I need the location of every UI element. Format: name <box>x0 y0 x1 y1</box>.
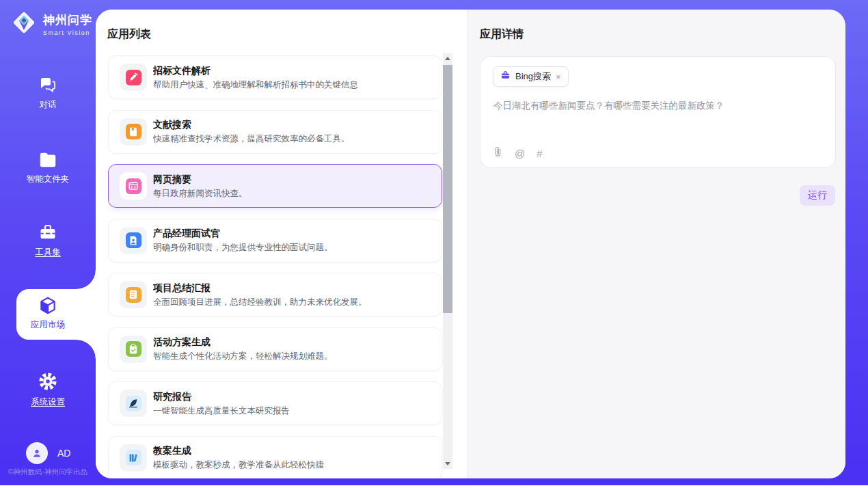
app-list-title: 应用列表 <box>107 27 151 42</box>
sidebar-item-label: 工具集 <box>0 247 96 258</box>
app-card-description: 模板驱动，教案秒成，教学准备从此轻松快捷 <box>153 459 324 471</box>
user-initials: AD <box>57 448 70 459</box>
arrow-down-icon <box>445 462 450 465</box>
brand-name: 神州问学 <box>43 12 92 28</box>
app-card-texts: 文献搜索 快速精准查找学术资源，提高研究效率的必备工具。 <box>153 118 350 145</box>
user-account[interactable]: AD <box>26 442 70 464</box>
clipboard-check-icon <box>126 341 141 357</box>
app-card[interactable]: 项目总结汇报 全面回顾项目进展，总结经验教训，助力未来优化发展。 <box>108 273 442 316</box>
scrollbar-up-button[interactable] <box>443 53 452 64</box>
main-content: 应用列表 招标文件解析 帮助用户快速、准确地理解和解析招标书中的关键信息 文献搜… <box>96 10 845 478</box>
app-card-texts: 教案生成 模板驱动，教案秒成，教学准备从此轻松快捷 <box>153 444 324 471</box>
app-icon-container <box>120 390 147 417</box>
close-icon[interactable]: × <box>556 72 561 81</box>
app-card[interactable]: 文献搜索 快速精准查找学术资源，提高研究效率的必备工具。 <box>108 110 442 154</box>
sidebar-item-label: 系统设置 <box>0 396 96 408</box>
copyright-text: ©神州数码·神州问学出品 <box>0 467 96 477</box>
briefcase-icon <box>500 70 511 83</box>
app-card-texts: 研究报告 一键智能生成高质量长文本研究报告 <box>153 390 290 417</box>
app-list-panel: 应用列表 招标文件解析 帮助用户快速、准确地理解和解析招标书中的关键信息 文献搜… <box>96 10 467 478</box>
app-card-description: 一键智能生成高质量长文本研究报告 <box>153 405 290 417</box>
pen-square-icon <box>126 70 141 85</box>
app-card-title: 网页摘要 <box>153 173 247 186</box>
active-nav-curve-bottom <box>77 340 96 359</box>
sidebar-item-settings[interactable]: 系统设置 <box>0 371 96 408</box>
sidebar: 神州问学 Smart Vision 对话 智能文件夹 <box>0 0 96 485</box>
app-card-description: 全面回顾项目进展，总结经验教训，助力未来优化发展。 <box>153 296 367 308</box>
app-icon-container <box>120 227 147 254</box>
app-card-texts: 招标文件解析 帮助用户快速、准确地理解和解析招标书中的关键信息 <box>153 64 358 91</box>
tool-tag-bing-search[interactable]: Bing搜索 × <box>493 66 569 87</box>
quill-icon <box>126 396 141 411</box>
app-card-title: 教案生成 <box>153 444 324 457</box>
toolbox-icon <box>0 223 96 242</box>
tool-tag-label: Bing搜索 <box>515 70 551 83</box>
app-icon-container <box>120 118 147 146</box>
app-icon-container <box>120 64 147 91</box>
app-window: 神州问学 Smart Vision 对话 智能文件夹 <box>0 0 868 488</box>
app-card-title: 文献搜索 <box>153 118 350 131</box>
app-icon-container <box>120 281 147 308</box>
sidebar-item-label: 智能文件夹 <box>0 174 96 185</box>
sidebar-item-app-market[interactable]: 应用市场 <box>0 295 96 331</box>
sidebar-item-smart-folder[interactable]: 智能文件夹 <box>0 151 96 185</box>
sidebar-item-toolset[interactable]: 工具集 <box>0 223 96 258</box>
hash-icon[interactable]: # <box>537 148 542 159</box>
app-card[interactable]: 招标文件解析 帮助用户快速、准确地理解和解析招标书中的关键信息 <box>108 55 442 99</box>
brand-diamond-icon <box>10 8 38 40</box>
books-icon <box>126 450 141 465</box>
prompt-input[interactable]: 今日湖北有哪些新闻要点？有哪些需要关注的最新政策？ <box>493 99 822 113</box>
prompt-card: Bing搜索 × 今日湖北有哪些新闻要点？有哪些需要关注的最新政策？ @ # <box>480 56 836 168</box>
scrollbar-thumb[interactable] <box>443 65 452 313</box>
app-card-title: 产品经理面试官 <box>153 227 333 240</box>
app-detail-panel: 应用详情 Bing搜索 × 今日湖北有哪些新闻要点？有哪些需要关注的最新政策？ <box>467 10 845 478</box>
gear-icon <box>0 371 96 392</box>
active-nav-curve-top <box>77 270 96 289</box>
app-card-title: 活动方案生成 <box>153 336 333 349</box>
app-detail-title: 应用详情 <box>480 27 524 42</box>
app-card-description: 明确身份和职责，为您提供专业性的面试问题。 <box>153 241 333 254</box>
browser-code-icon <box>126 178 141 194</box>
avatar <box>26 442 48 464</box>
app-icon-container <box>120 336 147 363</box>
run-button[interactable]: 运行 <box>800 185 835 206</box>
sidebar-item-label: 对话 <box>0 99 96 111</box>
app-card-texts: 网页摘要 每日政府新闻资讯快查。 <box>153 173 247 200</box>
app-card-description: 智能生成个性化活动方案，轻松解决规划难题。 <box>153 350 333 362</box>
app-card[interactable]: 网页摘要 每日政府新闻资讯快查。 <box>108 164 442 208</box>
app-card-texts: 项目总结汇报 全面回顾项目进展，总结经验教训，助力未来优化发展。 <box>153 282 367 308</box>
app-icon-container <box>120 444 147 472</box>
app-card-title: 招标文件解析 <box>153 64 358 77</box>
app-card-title: 研究报告 <box>153 390 290 403</box>
sidebar-item-label: 应用市场 <box>0 319 96 331</box>
app-card-description: 帮助用户快速、准确地理解和解析招标书中的关键信息 <box>153 79 358 91</box>
note-icon <box>126 287 141 303</box>
app-list: 招标文件解析 帮助用户快速、准确地理解和解析招标书中的关键信息 文献搜索 快速精… <box>108 55 443 478</box>
app-card-title: 项目总结汇报 <box>153 282 367 295</box>
app-card-texts: 产品经理面试官 明确身份和职责，为您提供专业性的面试问题。 <box>153 227 333 254</box>
app-card-texts: 活动方案生成 智能生成个性化活动方案，轻松解决规划难题。 <box>153 336 333 362</box>
scrollbar[interactable] <box>443 53 452 469</box>
scrollbar-down-button[interactable] <box>443 459 452 469</box>
paperclip-icon[interactable] <box>493 146 503 161</box>
app-card[interactable]: 活动方案生成 智能生成个性化活动方案，轻松解决规划难题。 <box>108 327 442 371</box>
app-card-description: 快速精准查找学术资源，提高研究效率的必备工具。 <box>153 133 350 145</box>
book-icon <box>126 124 141 139</box>
app-card-description: 每日政府新闻资讯快查。 <box>153 187 247 200</box>
attachment-toolbar: @ # <box>493 146 543 161</box>
cube-icon <box>0 295 96 316</box>
app-card[interactable]: 产品经理面试官 明确身份和职责，为您提供专业性的面试问题。 <box>108 219 442 262</box>
app-card[interactable]: 研究报告 一键智能生成高质量长文本研究报告 <box>108 381 442 425</box>
arrow-up-icon <box>445 57 450 60</box>
brand-logo: 神州问学 Smart Vision <box>10 8 92 40</box>
at-icon[interactable]: @ <box>515 148 525 159</box>
chat-icon <box>0 75 96 94</box>
app-card[interactable]: 教案生成 模板驱动，教案秒成，教学准备从此轻松快捷 <box>108 436 442 479</box>
doc-person-icon <box>126 232 141 248</box>
app-icon-container <box>120 172 147 200</box>
sidebar-item-chat[interactable]: 对话 <box>0 75 96 111</box>
folder-icon <box>0 151 96 169</box>
brand-subtitle: Smart Vision <box>43 29 92 36</box>
